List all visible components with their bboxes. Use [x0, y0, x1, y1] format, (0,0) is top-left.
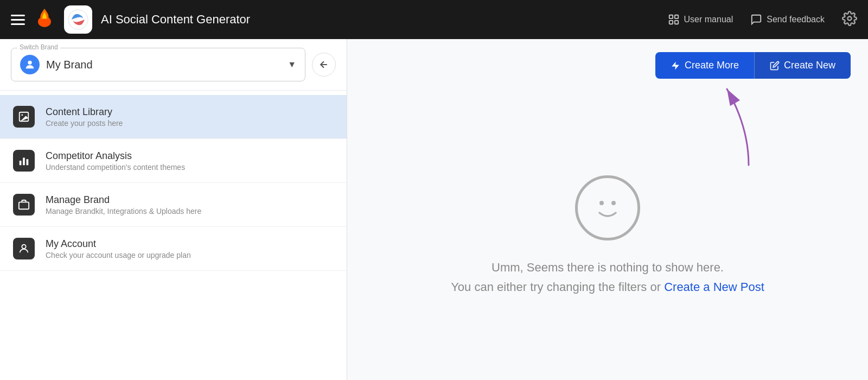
hamburger-menu-button[interactable] [11, 15, 25, 25]
back-button[interactable] [312, 53, 336, 77]
person-icon [24, 59, 36, 71]
user-manual-button[interactable]: User manual [668, 14, 733, 26]
svg-rect-4 [674, 15, 678, 18]
competitor-analysis-subtitle: Understand competition's content themes [46, 163, 334, 172]
header-left: AI Social Content Generator [11, 5, 668, 34]
sidebar-item-my-account[interactable]: My Account Check your account usage or u… [0, 227, 347, 271]
svg-rect-11 [20, 161, 22, 165]
svg-point-8 [28, 61, 31, 65]
content-library-title: Content Library [46, 106, 334, 118]
svg-rect-13 [27, 159, 29, 165]
smiley-face-icon [575, 175, 640, 240]
svg-rect-5 [669, 21, 672, 24]
create-more-button[interactable]: Create More [655, 52, 754, 79]
brand-name-label: My Brand [46, 59, 281, 71]
my-account-title: My Account [46, 238, 334, 250]
my-account-text: My Account Check your account usage or u… [46, 238, 334, 259]
competitor-analysis-icon [13, 150, 35, 172]
svg-rect-12 [23, 158, 25, 166]
switch-brand-label: Switch Brand [17, 43, 60, 51]
app-header: AI Social Content Generator User manual … [0, 0, 868, 39]
my-account-subtitle: Check your account usage or upgrade plan [46, 251, 334, 259]
app-title: AI Social Content Generator [101, 12, 250, 27]
content-library-text: Content Library Create your posts here [46, 106, 334, 128]
sidebar-item-content-library[interactable]: Content Library Create your posts here [0, 95, 347, 139]
brand-selector-area: Switch Brand My Brand ▼ [0, 39, 347, 91]
brand-logo-icon [34, 7, 55, 33]
manage-brand-icon [13, 194, 35, 216]
sidebar-item-manage-brand[interactable]: Manage Brand Manage Brandkit, Integratio… [0, 183, 347, 227]
user-manual-icon [668, 14, 680, 26]
bar-chart-icon [18, 155, 30, 167]
svg-point-19 [611, 201, 616, 205]
content-library-subtitle: Create your posts here [46, 119, 334, 128]
brand-avatar [20, 55, 40, 74]
svg-rect-3 [669, 15, 672, 18]
competitor-analysis-title: Competitor Analysis [46, 150, 334, 162]
sidebar-nav: Content Library Create your posts here C… [0, 91, 347, 380]
app-logo [64, 5, 92, 34]
empty-state-message: Umm, Seems there is nothing to show here… [451, 258, 764, 296]
content-toolbar: Create More Create New [347, 39, 868, 92]
manage-brand-title: Manage Brand [46, 194, 334, 206]
my-account-icon [13, 238, 35, 259]
create-new-button[interactable]: Create New [754, 52, 851, 79]
content-library-icon [13, 106, 35, 128]
manage-brand-subtitle: Manage Brandkit, Integrations & Uploads … [46, 207, 334, 216]
competitor-analysis-text: Competitor Analysis Understand competiti… [46, 150, 334, 172]
svg-point-15 [22, 245, 25, 249]
svg-marker-16 [672, 61, 679, 69]
main-layout: Switch Brand My Brand ▼ [0, 39, 868, 380]
chevron-down-icon: ▼ [288, 60, 296, 69]
create-new-post-link[interactable]: Create a New Post [664, 280, 764, 294]
settings-button[interactable] [842, 11, 857, 28]
svg-rect-6 [674, 21, 678, 24]
empty-state: Umm, Seems there is nothing to show here… [347, 92, 868, 380]
account-icon [18, 243, 30, 255]
svg-point-18 [599, 201, 604, 205]
settings-icon [842, 11, 857, 26]
brand-selector-wrapper: Switch Brand My Brand ▼ [11, 48, 305, 81]
image-icon [18, 111, 30, 123]
svg-point-7 [848, 17, 852, 21]
svg-rect-14 [19, 202, 29, 209]
feedback-icon [750, 14, 762, 26]
header-right: User manual Send feedback [668, 11, 857, 28]
brand-selector-dropdown[interactable]: My Brand ▼ [11, 48, 305, 81]
back-arrow-icon [318, 59, 329, 70]
send-feedback-button[interactable]: Send feedback [750, 14, 825, 26]
main-content: Create More Create New [347, 39, 868, 380]
svg-point-2 [76, 17, 80, 22]
manage-brand-text: Manage Brand Manage Brandkit, Integratio… [46, 194, 334, 216]
sidebar: Switch Brand My Brand ▼ [0, 39, 347, 380]
sidebar-item-competitor-analysis[interactable]: Competitor Analysis Understand competiti… [0, 139, 347, 183]
pencil-icon [770, 61, 780, 71]
briefcase-icon [18, 199, 30, 211]
svg-point-10 [21, 114, 23, 116]
lightning-icon [671, 61, 680, 71]
